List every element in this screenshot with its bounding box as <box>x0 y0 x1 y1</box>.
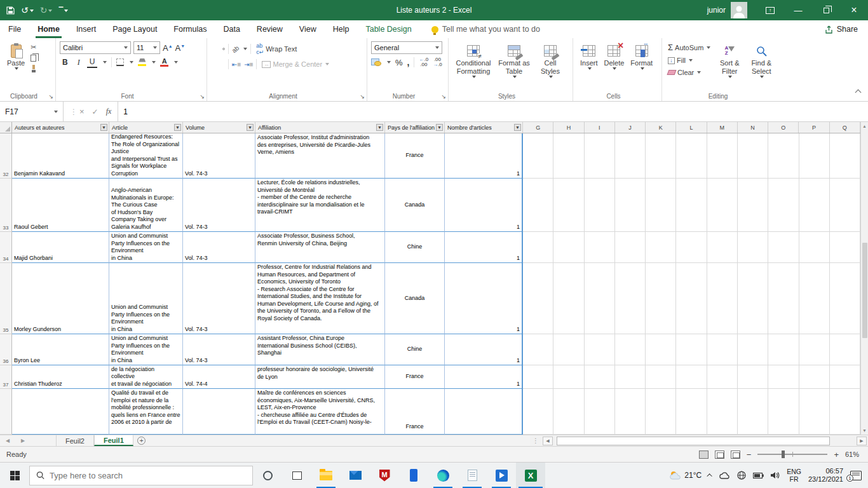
edge-button[interactable] <box>428 463 458 488</box>
fill-color-icon[interactable] <box>138 58 146 66</box>
font-color-icon[interactable]: A <box>160 58 168 67</box>
affiliation-cell[interactable]: Associate Professor, Institut d'administ… <box>255 133 385 179</box>
align-left-icon[interactable] <box>211 63 214 65</box>
article-cell[interactable]: Anglo-American Multinationals in Europe:… <box>109 179 183 232</box>
onedrive-icon[interactable] <box>719 471 730 479</box>
zoom-in-icon[interactable]: + <box>834 450 839 459</box>
align-center-icon[interactable] <box>217 63 219 65</box>
sort-filter-button[interactable]: AZ Sort & Filter <box>715 41 744 79</box>
action-center-icon[interactable]: 1 <box>850 471 862 480</box>
ribbon-display-options-button[interactable]: ↑ <box>756 0 784 20</box>
volume-cell[interactable]: Vol. 74-3 <box>183 133 255 179</box>
collapse-ribbon-icon[interactable] <box>855 90 862 96</box>
column-header-O[interactable]: O <box>768 122 799 133</box>
mail-button[interactable] <box>341 463 370 488</box>
delete-cells-button[interactable]: Delete <box>601 41 628 71</box>
grid-filler[interactable] <box>523 334 860 365</box>
zoom-slider[interactable] <box>757 454 827 455</box>
autosum-button[interactable]: ΣAutoSum <box>666 41 712 53</box>
select-all-corner[interactable] <box>0 122 12 133</box>
borders-icon[interactable] <box>116 58 124 66</box>
author-cell[interactable]: Majid Ghorbani <box>12 232 109 263</box>
your-phone-button[interactable] <box>399 463 428 488</box>
author-cell[interactable] <box>12 389 109 435</box>
increase-indent-icon[interactable]: ⇥≡ <box>244 61 253 68</box>
sheet-tab-feuil2[interactable]: Feuil2 <box>56 435 94 446</box>
affiliation-cell[interactable]: Associate Professor, Business School, Re… <box>255 232 385 263</box>
hscroll-right-icon[interactable]: ▶ <box>857 437 867 445</box>
page-layout-view-icon[interactable] <box>715 451 724 459</box>
filter-icon[interactable]: ▼ <box>376 124 383 131</box>
country-cell[interactable]: France <box>385 389 445 435</box>
paste-button[interactable]: Paste <box>4 41 28 72</box>
fill-button[interactable]: ↓Fill <box>666 55 712 65</box>
row-number[interactable]: 34 <box>0 232 12 263</box>
article-cell[interactable]: Union and Communist Party Influences on … <box>109 263 183 334</box>
author-cell[interactable]: Christian Thuderoz <box>12 365 109 389</box>
vertical-scrollbar[interactable]: ▲ ▼ <box>860 122 868 435</box>
increase-decimal-icon[interactable]: ←.0.00 <box>419 57 428 67</box>
column-header-pays[interactable]: Pays de l'affiliation▼ <box>385 122 445 133</box>
formula-bar-value[interactable]: 1 <box>118 102 868 121</box>
language-indicator[interactable]: ENGFR <box>787 468 801 483</box>
volume-cell[interactable] <box>183 389 255 435</box>
grid-filler[interactable] <box>523 263 860 334</box>
column-header-article[interactable]: Article▼ <box>109 122 183 133</box>
movies-tv-button[interactable] <box>487 463 516 488</box>
wrap-text-button[interactable]: abc↵Wrap Text <box>254 41 299 57</box>
orientation-icon[interactable]: ab <box>231 44 241 54</box>
country-cell[interactable]: Canada <box>385 263 445 334</box>
taskbar-search[interactable] <box>29 466 253 485</box>
weather-widget[interactable]: 21°C <box>670 471 702 480</box>
country-cell[interactable]: Chine <box>385 232 445 263</box>
author-cell[interactable]: Morley Gunderson <box>12 263 109 334</box>
column-header-G[interactable]: G <box>523 122 553 133</box>
row-number[interactable]: 32 <box>0 133 12 179</box>
number-dialog-launcher[interactable]: ↘ <box>441 94 446 100</box>
column-header-I[interactable]: I <box>585 122 615 133</box>
affiliation-cell[interactable]: Professor, Centre for Industrial Relatio… <box>255 263 385 334</box>
undo-icon[interactable]: ↺ <box>21 5 34 15</box>
notepad-button[interactable] <box>458 463 487 488</box>
tell-me-box[interactable]: Tell me what you want to do <box>431 25 540 34</box>
column-header-auteurs[interactable]: Auteurs et auteures▼ <box>12 122 109 133</box>
align-bottom-icon[interactable] <box>222 48 225 50</box>
article-cell[interactable]: Qualité du travail et de l'emploi et nat… <box>109 389 183 435</box>
article-cell[interactable]: Union and Communist Party Influences on … <box>109 334 183 365</box>
grid-filler[interactable] <box>523 179 860 232</box>
avatar[interactable] <box>731 2 747 18</box>
country-cell[interactable]: Chine <box>385 334 445 365</box>
filter-icon[interactable]: ▼ <box>247 124 254 131</box>
filter-icon[interactable]: ▼ <box>514 124 521 131</box>
sheet-nav-right-icon[interactable]: ▶ <box>15 435 31 446</box>
article-cell[interactable]: Union and Communist Party Influences on … <box>109 232 183 263</box>
article-cell[interactable]: de la négociation collective et travail … <box>109 365 183 389</box>
tab-review[interactable]: Review <box>248 20 291 38</box>
scroll-down-icon[interactable]: ▼ <box>862 428 867 433</box>
bold-button[interactable]: B <box>60 57 71 67</box>
page-break-view-icon[interactable] <box>731 451 740 459</box>
restore-button[interactable] <box>812 0 840 20</box>
decrease-indent-icon[interactable]: ⇤≡ <box>232 61 241 68</box>
row-number[interactable]: 36 <box>0 334 12 365</box>
font-name-select[interactable]: Calibri <box>60 41 131 54</box>
count-cell[interactable]: 1 <box>445 232 523 263</box>
tab-home[interactable]: Home <box>29 20 68 38</box>
redo-icon[interactable]: ↻ <box>40 5 53 15</box>
task-view-button[interactable] <box>282 463 311 488</box>
author-cell[interactable]: Raoul Gebert <box>12 179 109 232</box>
column-header-Q[interactable]: Q <box>830 122 860 133</box>
column-header-M[interactable]: M <box>707 122 738 133</box>
number-format-select[interactable]: General <box>371 41 442 54</box>
search-input[interactable] <box>50 471 246 480</box>
hscroll-left-icon[interactable]: ◀ <box>543 437 553 445</box>
new-sheet-button[interactable]: + <box>133 435 150 446</box>
name-box[interactable]: F17 <box>0 102 64 121</box>
affiliation-cell[interactable]: professeur honoraire de sociologie, Univ… <box>255 365 385 389</box>
country-cell[interactable]: France <box>385 365 445 389</box>
tab-table-design[interactable]: Table Design <box>357 20 419 38</box>
volume-icon[interactable] <box>771 471 780 479</box>
insert-function-icon[interactable]: fx <box>106 107 112 116</box>
tab-page-layout[interactable]: Page Layout <box>104 20 165 38</box>
mcafee-button[interactable]: M <box>370 463 399 488</box>
